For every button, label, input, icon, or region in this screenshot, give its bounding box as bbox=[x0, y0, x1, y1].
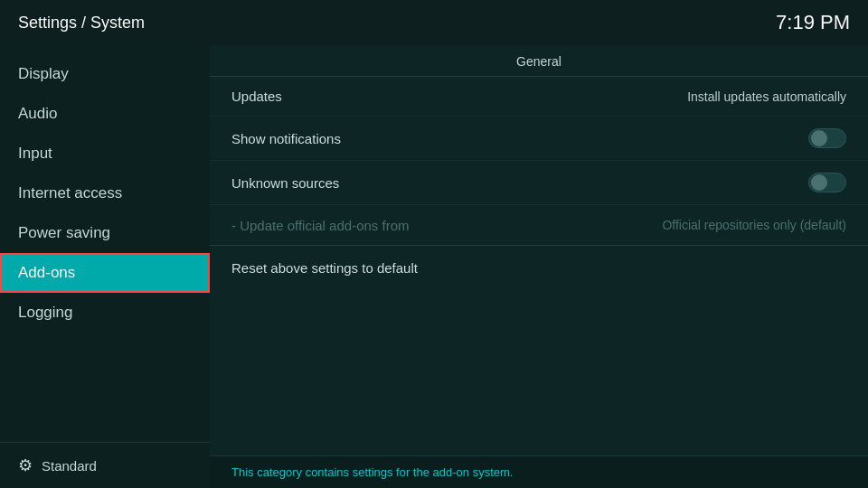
setting-value-update-official-addons: Official repositories only (default) bbox=[662, 218, 846, 232]
footer-text: This category contains settings for the … bbox=[231, 465, 513, 479]
sidebar-item-add-ons[interactable]: Add-ons bbox=[0, 253, 210, 293]
sidebar: DisplayAudioInputInternet accessPower sa… bbox=[0, 45, 210, 488]
sidebar-item-logging[interactable]: Logging bbox=[0, 293, 210, 333]
toggle-knob-show-notifications bbox=[811, 130, 827, 146]
sidebar-item-input[interactable]: Input bbox=[0, 134, 210, 174]
toggle-unknown-sources[interactable] bbox=[808, 173, 846, 192]
setting-label-unknown-sources: Unknown sources bbox=[231, 175, 339, 191]
section-header: General bbox=[210, 45, 868, 77]
reset-button[interactable]: Reset above settings to default bbox=[210, 246, 868, 290]
setting-label-update-official-addons: - Update official add-ons from bbox=[231, 218, 410, 233]
setting-row-updates: UpdatesInstall updates automatically bbox=[210, 77, 868, 117]
setting-label-updates: Updates bbox=[231, 89, 282, 104]
clock: 7:19 PM bbox=[776, 11, 850, 34]
toggle-show-notifications[interactable] bbox=[808, 128, 846, 148]
toggle-knob-unknown-sources bbox=[811, 174, 827, 191]
gear-icon: ⚙ bbox=[18, 455, 33, 475]
sidebar-nav: DisplayAudioInputInternet accessPower sa… bbox=[0, 54, 210, 333]
sidebar-item-internet-access[interactable]: Internet access bbox=[0, 174, 210, 213]
content-area: General UpdatesInstall updates automatic… bbox=[210, 45, 868, 455]
footer-bar: This category contains settings for the … bbox=[210, 455, 868, 488]
main-content: General UpdatesInstall updates automatic… bbox=[210, 45, 868, 488]
sidebar-item-power-saving[interactable]: Power saving bbox=[0, 213, 210, 253]
setting-row-show-notifications[interactable]: Show notifications bbox=[210, 117, 868, 161]
setting-row-update-official-addons: - Update official add-ons fromOfficial r… bbox=[210, 205, 868, 245]
setting-row-unknown-sources[interactable]: Unknown sources bbox=[210, 161, 868, 205]
setting-value-updates: Install updates automatically bbox=[687, 89, 846, 104]
body: DisplayAudioInputInternet accessPower sa… bbox=[0, 45, 868, 488]
sidebar-footer-label: Standard bbox=[42, 458, 97, 474]
sidebar-item-display[interactable]: Display bbox=[0, 54, 210, 94]
settings-list: UpdatesInstall updates automaticallyShow… bbox=[210, 77, 868, 245]
sidebar-footer: ⚙ Standard bbox=[0, 442, 210, 488]
header: Settings / System 7:19 PM bbox=[0, 0, 868, 45]
setting-label-show-notifications: Show notifications bbox=[231, 131, 341, 146]
page-title: Settings / System bbox=[18, 14, 145, 33]
sidebar-item-audio[interactable]: Audio bbox=[0, 94, 210, 134]
